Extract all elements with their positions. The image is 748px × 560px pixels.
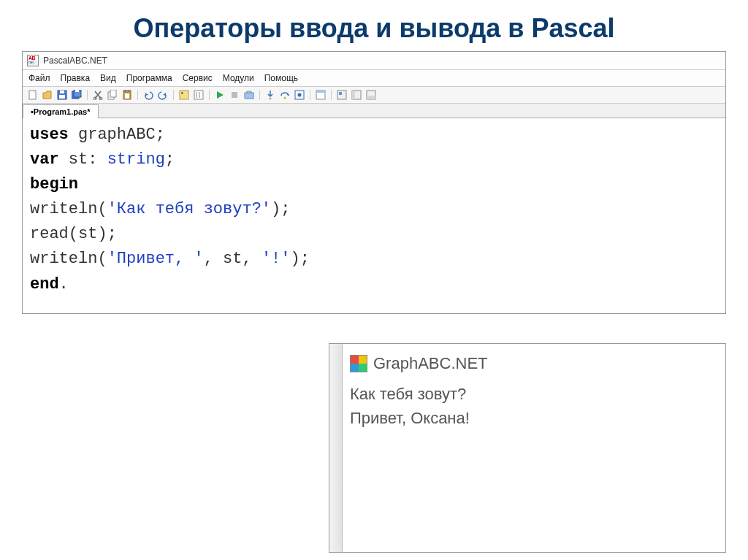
- svg-rect-16: [194, 91, 203, 99]
- step-over-icon[interactable]: [279, 89, 291, 101]
- editor-tab[interactable]: •Program1.pas*: [23, 104, 99, 118]
- menu-modules[interactable]: Модули: [223, 73, 254, 83]
- rparen: ): [290, 250, 299, 268]
- code-line: end.: [30, 272, 718, 297]
- save-icon[interactable]: [56, 89, 68, 101]
- output-window: GraphABC.NET Как тебя зовут? Привет, Окс…: [329, 343, 726, 553]
- output-content: GraphABC.NET Как тебя зовут? Привет, Окс…: [343, 344, 725, 552]
- save-all-icon[interactable]: [71, 89, 83, 101]
- svg-rect-15: [181, 92, 183, 94]
- colon: :: [88, 150, 97, 169]
- string-literal: 'Как тебя зовут?': [107, 200, 271, 218]
- toolbar-separator: [259, 90, 260, 100]
- semicolon: ;: [280, 200, 290, 218]
- svg-rect-10: [110, 90, 116, 97]
- breakpoint-toggle-icon[interactable]: [294, 89, 305, 101]
- lparen: (: [69, 225, 78, 243]
- toolbar-separator: [173, 90, 174, 100]
- compile-icon[interactable]: [243, 89, 255, 101]
- output-panel-icon[interactable]: [365, 89, 377, 101]
- graphabc-icon: [350, 355, 367, 372]
- tab-strip: •Program1.pas*: [23, 104, 725, 118]
- svg-point-20: [284, 97, 286, 99]
- modules-panel-icon[interactable]: [351, 89, 362, 101]
- title-bar: AB net PascalABC.NET: [23, 52, 725, 70]
- rparen: ): [97, 225, 107, 243]
- semicolon: ;: [156, 126, 165, 144]
- toolbar: [23, 87, 725, 104]
- menu-view[interactable]: Вид: [100, 73, 116, 83]
- type-string: string: [107, 150, 165, 169]
- menu-bar: Файл Правка Вид Программа Сервис Модули …: [23, 70, 725, 87]
- code-line: writeln('Как тебя зовут?');: [30, 197, 718, 222]
- new-file-icon[interactable]: [27, 89, 39, 101]
- toolbar-separator: [87, 90, 88, 100]
- output-line: Привет, Оксана!: [350, 406, 718, 430]
- semicolon: ;: [107, 225, 117, 243]
- menu-file[interactable]: Файл: [28, 73, 50, 83]
- keyword-uses: uses: [30, 126, 69, 144]
- svg-point-22: [298, 93, 302, 97]
- menu-program[interactable]: Программа: [126, 73, 172, 83]
- output-title: GraphABC.NET: [373, 354, 488, 373]
- svg-rect-3: [59, 95, 65, 99]
- svg-rect-12: [125, 90, 129, 92]
- string-literal: '!': [262, 250, 291, 268]
- toolbar-separator: [331, 90, 332, 100]
- keyword-var: var: [30, 150, 59, 169]
- ide-window: AB net PascalABC.NET Файл Правка Вид Про…: [22, 51, 726, 314]
- fn-read: read: [30, 225, 69, 243]
- lparen: (: [97, 200, 107, 218]
- svg-rect-2: [60, 91, 64, 93]
- properties-icon[interactable]: [178, 89, 190, 101]
- comma: ,: [204, 250, 213, 268]
- svg-rect-30: [367, 96, 375, 99]
- identifier-st: st: [78, 225, 97, 243]
- svg-rect-26: [339, 92, 342, 95]
- string-literal: 'Привет, ': [107, 250, 204, 268]
- window-icon[interactable]: [315, 89, 327, 101]
- code-line: writeln('Привет, ', st, '!');: [30, 247, 718, 272]
- toolbar-separator: [209, 90, 210, 100]
- stop-icon[interactable]: [229, 89, 240, 101]
- svg-rect-18: [245, 93, 253, 99]
- toolbar-separator: [310, 90, 310, 100]
- output-header: GraphABC.NET: [350, 354, 718, 373]
- svg-rect-17: [232, 92, 237, 98]
- svg-rect-6: [75, 90, 79, 92]
- paste-icon[interactable]: [121, 89, 133, 101]
- svg-rect-14: [180, 91, 188, 99]
- run-icon[interactable]: [214, 89, 226, 101]
- semicolon: ;: [165, 150, 175, 169]
- open-file-icon[interactable]: [42, 89, 53, 101]
- menu-service[interactable]: Сервис: [183, 73, 213, 83]
- copy-icon[interactable]: [107, 89, 118, 101]
- code-line: read(st);: [30, 222, 718, 247]
- menu-help[interactable]: Помощь: [264, 73, 298, 83]
- svg-rect-13: [125, 93, 129, 99]
- semicolon: ;: [300, 250, 310, 268]
- comma: ,: [242, 250, 251, 268]
- code-editor[interactable]: uses graphABC; var st: string; begin wri…: [23, 118, 725, 313]
- svg-rect-24: [316, 91, 325, 93]
- form-designer-icon[interactable]: [336, 89, 348, 101]
- code-line: var st: string;: [30, 147, 718, 172]
- identifier-st: st: [69, 150, 88, 169]
- identifier-graphabc: graphABC: [78, 126, 156, 144]
- redo-icon[interactable]: [157, 89, 169, 101]
- step-into-icon[interactable]: [264, 89, 276, 101]
- cut-icon[interactable]: [92, 89, 104, 101]
- app-icon: AB net: [27, 55, 39, 66]
- output-line: Как тебя зовут?: [350, 382, 718, 406]
- slide-title: Операторы ввода и вывода в Pascal: [0, 0, 748, 51]
- output-side-strip: [329, 344, 343, 552]
- menu-edit[interactable]: Правка: [61, 73, 91, 83]
- module-icon[interactable]: [193, 89, 205, 101]
- app-title: PascalABC.NET: [43, 55, 107, 66]
- identifier-st: st: [223, 250, 242, 268]
- lparen: (: [97, 250, 107, 268]
- dot: .: [59, 275, 69, 294]
- undo-icon[interactable]: [142, 89, 154, 101]
- keyword-end: end: [30, 275, 59, 294]
- svg-rect-28: [352, 91, 355, 99]
